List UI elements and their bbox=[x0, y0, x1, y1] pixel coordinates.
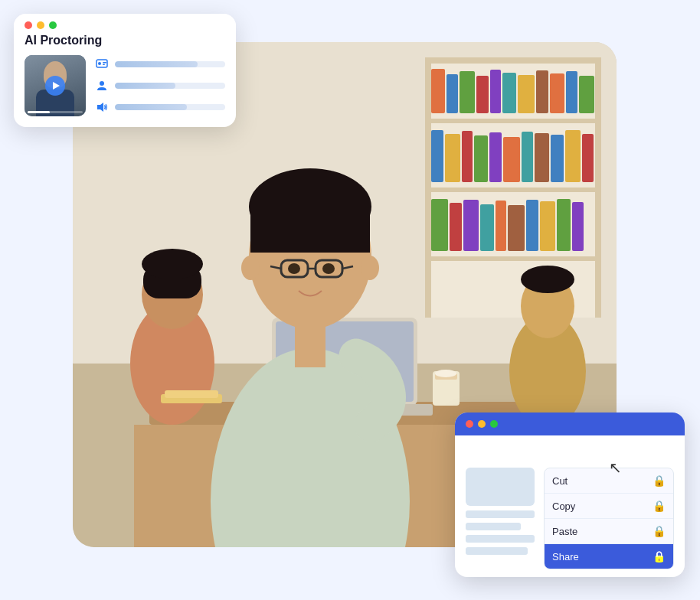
svg-rect-25 bbox=[535, 133, 549, 182]
svg-rect-17 bbox=[579, 76, 594, 113]
proctoring-title: AI Proctoring bbox=[14, 34, 236, 55]
svg-marker-78 bbox=[97, 103, 103, 112]
svg-rect-19 bbox=[445, 134, 460, 182]
context-menu-copy[interactable]: Copy 🔒 bbox=[545, 494, 673, 519]
svg-rect-9 bbox=[460, 71, 475, 113]
svg-point-70 bbox=[521, 266, 574, 293]
video-thumbnail[interactable] bbox=[25, 55, 86, 116]
svg-rect-35 bbox=[526, 200, 538, 251]
svg-rect-27 bbox=[565, 130, 581, 182]
svg-rect-40 bbox=[595, 57, 601, 318]
svg-rect-24 bbox=[522, 132, 533, 182]
svg-rect-7 bbox=[431, 69, 445, 113]
svg-rect-36 bbox=[540, 201, 555, 251]
svg-rect-72 bbox=[165, 390, 218, 398]
svg-rect-34 bbox=[508, 205, 525, 251]
svg-rect-30 bbox=[450, 203, 462, 251]
svg-rect-53 bbox=[250, 207, 370, 253]
video-progress bbox=[28, 111, 50, 113]
svg-rect-38 bbox=[572, 202, 584, 251]
svg-rect-12 bbox=[502, 73, 516, 113]
context-menu-share[interactable]: Share 🔒 bbox=[545, 544, 673, 569]
svg-rect-5 bbox=[425, 188, 601, 192]
metric-row-id bbox=[95, 57, 225, 71]
play-icon bbox=[53, 82, 60, 90]
titlebar-dot-red[interactable] bbox=[25, 21, 32, 29]
metric-row-person bbox=[95, 79, 225, 93]
play-button[interactable] bbox=[45, 76, 65, 96]
metric-bar-person bbox=[115, 83, 175, 89]
share-lock-icon: 🔒 bbox=[653, 550, 666, 562]
page-block-text-1 bbox=[466, 510, 535, 518]
person-icon bbox=[95, 79, 109, 93]
svg-rect-23 bbox=[503, 137, 520, 182]
metric-bar-container-person bbox=[115, 83, 225, 89]
titlebar-dot-yellow[interactable] bbox=[37, 21, 44, 29]
svg-rect-29 bbox=[431, 199, 448, 251]
proctoring-titlebar bbox=[14, 14, 236, 34]
svg-rect-26 bbox=[551, 135, 564, 182]
svg-rect-10 bbox=[476, 76, 489, 113]
svg-rect-33 bbox=[496, 201, 506, 251]
titlebar-dot-green[interactable] bbox=[49, 21, 57, 29]
svg-point-59 bbox=[288, 263, 300, 274]
svg-point-61 bbox=[241, 256, 260, 280]
page-block-image bbox=[466, 468, 535, 506]
svg-rect-75 bbox=[103, 62, 106, 64]
svg-rect-20 bbox=[462, 131, 473, 182]
svg-rect-21 bbox=[474, 135, 488, 182]
person-card-icon bbox=[95, 57, 109, 71]
browser-dot-green[interactable] bbox=[490, 420, 498, 428]
proctoring-content bbox=[14, 55, 236, 127]
metric-bar-container-audio bbox=[115, 104, 225, 110]
paste-label: Paste bbox=[552, 526, 577, 537]
proctoring-metrics bbox=[95, 55, 225, 116]
browser-title: Secure Browser bbox=[455, 439, 685, 460]
svg-rect-76 bbox=[103, 64, 105, 66]
video-timeline bbox=[28, 111, 83, 113]
svg-rect-37 bbox=[557, 199, 571, 251]
svg-rect-18 bbox=[431, 130, 443, 182]
svg-rect-3 bbox=[425, 57, 601, 64]
cursor-arrow: ↖ bbox=[609, 460, 622, 475]
copy-lock-icon: 🔒 bbox=[653, 500, 666, 512]
page-preview bbox=[466, 468, 535, 569]
svg-point-77 bbox=[100, 81, 104, 86]
svg-rect-11 bbox=[490, 70, 501, 113]
page-block-text-4 bbox=[466, 547, 528, 555]
context-menu-paste[interactable]: Paste 🔒 bbox=[545, 519, 673, 544]
browser-dot-yellow[interactable] bbox=[478, 420, 486, 428]
metric-bar-id bbox=[115, 61, 198, 67]
svg-point-67 bbox=[142, 249, 203, 279]
metric-bar-container-id bbox=[115, 61, 225, 67]
svg-rect-16 bbox=[566, 71, 577, 113]
svg-point-74 bbox=[98, 62, 101, 65]
secure-browser-card: Secure Browser ↖ Cut 🔒 Copy 🔒 Paste bbox=[455, 412, 685, 577]
svg-rect-15 bbox=[550, 73, 564, 113]
svg-rect-28 bbox=[582, 134, 594, 182]
copy-label: Copy bbox=[552, 501, 575, 512]
cut-label: Cut bbox=[552, 475, 568, 487]
svg-rect-8 bbox=[446, 74, 458, 113]
svg-point-62 bbox=[361, 256, 379, 280]
context-menu: Cut 🔒 Copy 🔒 Paste 🔒 Share 🔒 bbox=[544, 468, 674, 569]
browser-titlebar bbox=[455, 412, 685, 435]
cut-lock-icon: 🔒 bbox=[653, 474, 666, 487]
svg-rect-14 bbox=[536, 70, 548, 113]
share-label: Share bbox=[552, 551, 579, 562]
svg-rect-31 bbox=[463, 200, 479, 251]
svg-rect-22 bbox=[489, 132, 502, 182]
page-block-text-3 bbox=[466, 535, 535, 543]
browser-dot-red[interactable] bbox=[466, 420, 473, 428]
svg-rect-6 bbox=[425, 256, 601, 261]
paste-lock-icon: 🔒 bbox=[653, 525, 666, 537]
svg-rect-13 bbox=[518, 75, 535, 113]
svg-point-49 bbox=[435, 370, 456, 377]
svg-point-60 bbox=[322, 263, 335, 274]
svg-rect-4 bbox=[425, 119, 601, 123]
svg-rect-63 bbox=[295, 321, 325, 367]
page-block-text-2 bbox=[466, 523, 521, 530]
svg-rect-32 bbox=[480, 204, 494, 251]
metric-bar-audio bbox=[115, 104, 187, 110]
volume-icon bbox=[95, 100, 109, 114]
